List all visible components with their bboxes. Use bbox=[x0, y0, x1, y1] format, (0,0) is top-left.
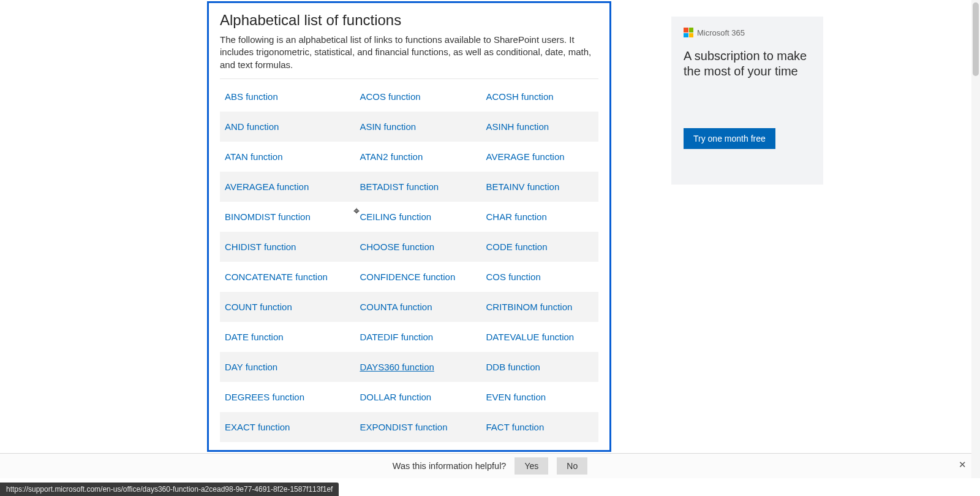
function-link[interactable]: AND function bbox=[225, 121, 279, 132]
function-link[interactable]: EVEN function bbox=[486, 392, 546, 402]
function-link[interactable]: COUNT function bbox=[225, 302, 292, 312]
table-row: COUNT functionCOUNTA functionCRITBINOM f… bbox=[220, 292, 598, 322]
function-link[interactable]: BINOMDIST function bbox=[225, 212, 311, 222]
function-link[interactable]: ASINH function bbox=[486, 121, 549, 132]
function-link[interactable]: ACOSH function bbox=[486, 91, 554, 102]
functions-table: ABS functionACOS functionACOSH functionA… bbox=[220, 82, 598, 442]
promo-headline: A subscription to make the most of your … bbox=[684, 48, 811, 79]
function-link[interactable]: DATEVALUE function bbox=[486, 332, 575, 342]
function-link[interactable]: EXACT function bbox=[225, 422, 290, 432]
function-link[interactable]: CONCATENATE function bbox=[225, 272, 328, 282]
function-link[interactable]: ACOS function bbox=[360, 91, 420, 102]
table-row: ATAN functionATAN2 functionAVERAGE funct… bbox=[220, 142, 598, 172]
table-row: ABS functionACOS functionACOSH function bbox=[220, 82, 598, 112]
scrollbar-thumb[interactable] bbox=[973, 2, 979, 76]
function-link[interactable]: FACT function bbox=[486, 422, 545, 432]
function-link[interactable]: AVERAGEA function bbox=[225, 181, 309, 192]
function-link[interactable]: CONFIDENCE function bbox=[360, 272, 455, 282]
function-link[interactable]: CHIDIST function bbox=[225, 242, 296, 252]
feedback-prompt: Was this information helpful? bbox=[393, 461, 507, 471]
function-link[interactable]: DAYS360 function bbox=[360, 362, 434, 372]
function-link[interactable]: DOLLAR function bbox=[360, 392, 431, 402]
divider bbox=[220, 78, 598, 79]
function-link[interactable]: ATAN2 function bbox=[360, 151, 423, 162]
function-link[interactable]: AVERAGE function bbox=[486, 151, 565, 162]
function-link[interactable]: DATEDIF function bbox=[360, 332, 433, 342]
table-row: DATE functionDATEDIF functionDATEVALUE f… bbox=[220, 322, 598, 352]
function-link[interactable]: COS function bbox=[486, 272, 541, 282]
function-link[interactable]: CHAR function bbox=[486, 212, 547, 222]
function-link[interactable]: ASIN function bbox=[360, 121, 416, 132]
feedback-no-button[interactable]: No bbox=[557, 457, 587, 475]
article-description: The following is an alphabetical list of… bbox=[220, 34, 598, 71]
table-row: AVERAGEA functionBETADIST functionBETAIN… bbox=[220, 172, 598, 202]
status-url-bar: https://support.microsoft.com/en-us/offi… bbox=[0, 483, 339, 496]
function-link[interactable]: CEILING function bbox=[360, 212, 431, 222]
table-row: CHIDIST functionCHOOSE functionCODE func… bbox=[220, 232, 598, 262]
try-free-button[interactable]: Try one month free bbox=[684, 128, 775, 149]
article-container: Alphabetical list of functions The follo… bbox=[207, 1, 611, 452]
function-link[interactable]: COUNTA function bbox=[360, 302, 432, 312]
function-link[interactable]: ABS function bbox=[225, 91, 278, 102]
microsoft-logo: Microsoft 365 bbox=[684, 28, 811, 37]
microsoft-logo-text: Microsoft 365 bbox=[697, 28, 745, 37]
table-row: EXACT functionEXPONDIST functionFACT fun… bbox=[220, 412, 598, 442]
article-title: Alphabetical list of functions bbox=[220, 12, 598, 29]
scrollbar-track[interactable] bbox=[971, 0, 980, 478]
function-link[interactable]: DAY function bbox=[225, 362, 277, 372]
function-link[interactable]: DATE function bbox=[225, 332, 284, 342]
feedback-yes-button[interactable]: Yes bbox=[514, 457, 548, 475]
function-link[interactable]: CRITBINOM function bbox=[486, 302, 573, 312]
function-link[interactable]: BETAINV function bbox=[486, 181, 560, 192]
table-row: BINOMDIST functionCEILING functionCHAR f… bbox=[220, 202, 598, 232]
table-row: AND functionASIN functionASINH function bbox=[220, 112, 598, 142]
function-link[interactable]: BETADIST function bbox=[360, 181, 439, 192]
function-link[interactable]: DEGREES function bbox=[225, 392, 304, 402]
function-link[interactable]: CODE function bbox=[486, 242, 548, 252]
microsoft-logo-icon bbox=[684, 28, 693, 37]
function-link[interactable]: ATAN function bbox=[225, 151, 282, 162]
feedback-bar: Was this information helpful? Yes No ✕ bbox=[0, 453, 980, 478]
promo-card: Microsoft 365 A subscription to make the… bbox=[671, 17, 823, 185]
function-link[interactable]: DDB function bbox=[486, 362, 540, 372]
function-link[interactable]: EXPONDIST function bbox=[360, 422, 447, 432]
function-link[interactable]: CHOOSE function bbox=[360, 242, 434, 252]
table-row: DEGREES functionDOLLAR functionEVEN func… bbox=[220, 382, 598, 412]
table-row: CONCATENATE functionCONFIDENCE functionC… bbox=[220, 262, 598, 292]
table-row: DAY functionDAYS360 functionDDB function bbox=[220, 352, 598, 382]
close-icon[interactable]: ✕ bbox=[958, 460, 967, 469]
